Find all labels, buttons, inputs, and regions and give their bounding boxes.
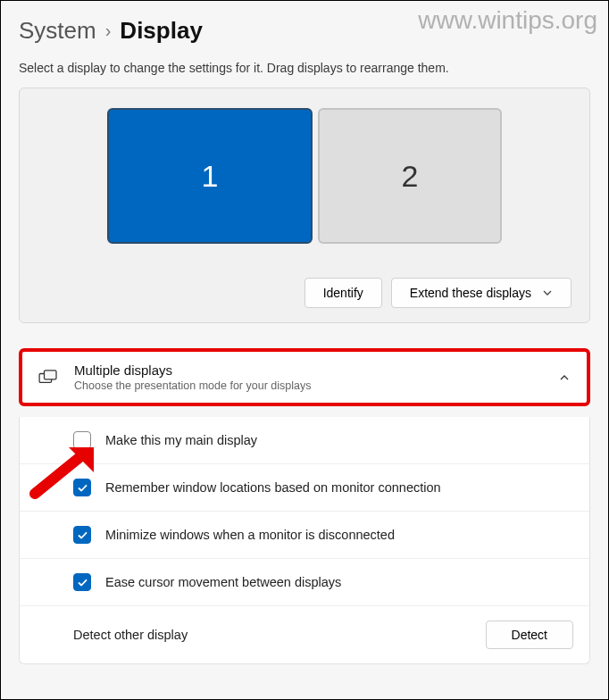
section-title: Multiple displays (74, 362, 542, 378)
detect-display-label: Detect other display (73, 628, 188, 642)
option-main-display-label: Make this my main display (105, 433, 257, 447)
option-main-display[interactable]: Make this my main display (20, 417, 589, 463)
svg-rect-1 (45, 370, 57, 379)
monitor-arrangement-card: 1 2 Identify Extend these displays (19, 88, 590, 323)
detect-button-label: Detect (512, 628, 547, 642)
monitor-2[interactable]: 2 (318, 108, 502, 244)
detect-button[interactable]: Detect (486, 621, 573, 649)
monitor-1[interactable]: 1 (107, 108, 313, 244)
option-ease-cursor[interactable]: Ease cursor movement between displays (20, 558, 589, 605)
multiple-displays-icon (38, 370, 58, 386)
checkbox-ease-cursor[interactable] (73, 573, 91, 591)
multiple-displays-options: Make this my main display Remember windo… (19, 417, 590, 664)
breadcrumb-display: Display (120, 17, 203, 45)
option-remember-locations-label: Remember window locations based on monit… (105, 480, 441, 495)
check-icon (77, 529, 88, 541)
option-remember-locations[interactable]: Remember window locations based on monit… (20, 463, 589, 511)
display-hint: Select a display to change the settings … (19, 61, 590, 75)
section-subtitle: Choose the presentation mode for your di… (74, 379, 542, 392)
chevron-down-icon (542, 288, 553, 298)
option-minimize-disconnected-label: Minimize windows when a monitor is disco… (105, 528, 395, 542)
check-icon (77, 482, 88, 494)
projection-mode-dropdown[interactable]: Extend these displays (391, 278, 571, 308)
breadcrumb: System › Display (19, 17, 590, 45)
check-icon (77, 577, 88, 588)
option-minimize-disconnected[interactable]: Minimize windows when a monitor is disco… (20, 511, 589, 558)
chevron-right-icon: › (105, 21, 112, 41)
identify-button[interactable]: Identify (304, 278, 382, 308)
multiple-displays-header[interactable]: Multiple displays Choose the presentatio… (19, 348, 590, 406)
option-detect-display: Detect other display Detect (20, 605, 589, 663)
monitor-canvas[interactable]: 1 2 (38, 108, 571, 244)
chevron-up-icon (558, 371, 571, 384)
checkbox-minimize-disconnected[interactable] (73, 526, 91, 544)
breadcrumb-system[interactable]: System (19, 17, 96, 45)
identify-label: Identify (323, 286, 363, 300)
option-ease-cursor-label: Ease cursor movement between displays (105, 575, 341, 589)
checkbox-remember-locations[interactable] (73, 479, 91, 496)
checkbox-main-display[interactable] (73, 431, 91, 449)
projection-mode-label: Extend these displays (410, 286, 531, 300)
